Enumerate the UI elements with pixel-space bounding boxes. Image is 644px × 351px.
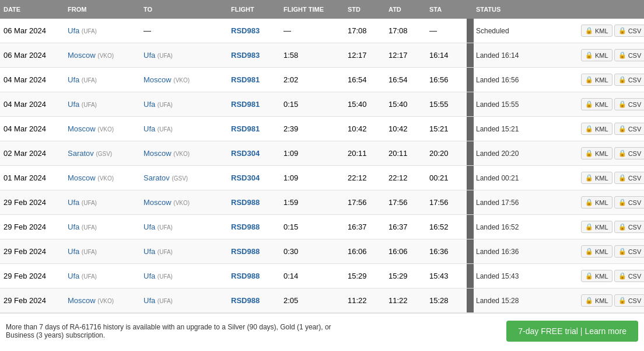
kml-button[interactable]: 🔒 KML: [581, 123, 612, 135]
cell-from[interactable]: Ufa (UFA): [64, 220, 140, 234]
cell-to[interactable]: Moscow (VKO): [140, 196, 228, 209]
cell-flight[interactable]: RSD988: [228, 220, 280, 234]
cell-flight-time: 1:59: [280, 196, 344, 209]
cell-from[interactable]: Moscow (VKO): [64, 122, 140, 135]
cell-flight[interactable]: RSD304: [228, 171, 280, 185]
kml-button[interactable]: 🔒 KML: [581, 25, 612, 37]
cell-flight-time: 2:39: [280, 122, 344, 135]
kml-button[interactable]: 🔒 KML: [581, 49, 612, 61]
cell-flight[interactable]: RSD988: [228, 269, 280, 283]
csv-button[interactable]: 🔒 CSV: [614, 74, 644, 86]
lock-icon: 🔒: [585, 150, 593, 157]
lock-icon: 🔒: [585, 27, 593, 34]
kml-button[interactable]: 🔒 KML: [581, 98, 612, 110]
col-atd: ATD: [385, 4, 426, 15]
cell-status: Landed 15:55: [473, 98, 578, 111]
cell-from[interactable]: Ufa (UFA): [64, 245, 140, 258]
cell-to[interactable]: Ufa (UFA): [140, 98, 228, 111]
cell-sta: 16:56: [426, 73, 467, 86]
cell-status: Landed 15:21: [473, 123, 578, 135]
cell-sta: 16:52: [426, 220, 467, 234]
cell-flight[interactable]: RSD988: [228, 196, 280, 209]
kml-button[interactable]: 🔒 KML: [581, 270, 612, 282]
cell-flight-time: 1:58: [280, 48, 344, 62]
cell-flight[interactable]: RSD983: [228, 48, 280, 62]
cell-status: Landed 16:14: [473, 49, 578, 62]
kml-button[interactable]: 🔒 KML: [581, 245, 612, 258]
cell-to[interactable]: Ufa (UFA): [140, 48, 228, 62]
cell-date: 06 Mar 2024: [0, 48, 64, 62]
action-cell: 🔒 KML 🔒 CSV ▶ Play: [578, 120, 644, 137]
action-cell: 🔒 KML 🔒 CSV ▶ Play: [578, 292, 644, 309]
lock-icon: 🔒: [618, 174, 626, 182]
csv-button[interactable]: 🔒 CSV: [614, 294, 644, 307]
lock-icon: 🔒: [618, 199, 626, 206]
csv-button[interactable]: 🔒 CSV: [614, 270, 644, 282]
cell-date: 29 Feb 2024: [0, 245, 64, 258]
cell-from[interactable]: Ufa (UFA): [64, 98, 140, 111]
kml-button[interactable]: 🔒 KML: [581, 294, 612, 307]
csv-button[interactable]: 🔒 CSV: [614, 123, 644, 135]
cell-to[interactable]: Moscow (VKO): [140, 73, 228, 86]
csv-button[interactable]: 🔒 CSV: [614, 25, 644, 37]
action-cell: 🔒 KML 🔒 CSV ✕ Live: [578, 22, 644, 40]
cell-flight-time: 2:02: [280, 73, 344, 86]
csv-button[interactable]: 🔒 CSV: [614, 49, 644, 61]
lock-icon: 🔒: [585, 248, 593, 255]
cell-from[interactable]: Ufa (UFA): [64, 196, 140, 209]
action-cell: 🔒 KML 🔒 CSV ▶ Play: [578, 145, 644, 162]
kml-button[interactable]: 🔒 KML: [581, 172, 612, 184]
cell-flight[interactable]: RSD981: [228, 122, 280, 135]
csv-button[interactable]: 🔒 CSV: [614, 196, 644, 208]
cell-from[interactable]: Moscow (VKO): [64, 171, 140, 185]
cell-date: 01 Mar 2024: [0, 171, 64, 185]
csv-button[interactable]: 🔒 CSV: [614, 147, 644, 159]
cell-sta: 15:21: [426, 122, 467, 135]
action-cell: 🔒 KML 🔒 CSV ▶ Play: [578, 96, 644, 113]
cell-status: Landed 15:28: [473, 294, 578, 307]
cell-to[interactable]: Ufa (UFA): [140, 245, 228, 258]
lock-icon: 🔒: [585, 174, 593, 182]
csv-button[interactable]: 🔒 CSV: [614, 172, 644, 184]
cell-to[interactable]: Ufa (UFA): [140, 269, 228, 283]
cell-date: 04 Mar 2024: [0, 122, 64, 135]
cell-flight[interactable]: RSD981: [228, 98, 280, 111]
csv-button[interactable]: 🔒 CSV: [614, 98, 644, 110]
kml-button[interactable]: 🔒 KML: [581, 147, 612, 159]
lock-icon: 🔒: [618, 76, 626, 84]
kml-button[interactable]: 🔒 KML: [581, 74, 612, 86]
cell-from[interactable]: Ufa (UFA): [64, 24, 140, 37]
cell-flight[interactable]: RSD981: [228, 73, 280, 86]
col-std: STD: [344, 4, 385, 15]
kml-button[interactable]: 🔒 KML: [581, 196, 612, 208]
cell-from[interactable]: Ufa (UFA): [64, 73, 140, 86]
cell-date: 02 Mar 2024: [0, 147, 64, 160]
cell-from[interactable]: Moscow (VKO): [64, 294, 140, 307]
cell-to[interactable]: Moscow (VKO): [140, 147, 228, 160]
kml-button[interactable]: 🔒 KML: [581, 221, 612, 233]
cell-from[interactable]: Moscow (VKO): [64, 48, 140, 62]
table-row: 02 Mar 2024 Saratov (GSV) Moscow (VKO) R…: [0, 141, 644, 166]
table-body: 06 Mar 2024 Ufa (UFA) — RSD983 — 17:08 1…: [0, 19, 644, 313]
cell-from[interactable]: Ufa (UFA): [64, 269, 140, 283]
trial-button[interactable]: 7-day FREE trial | Learn more: [506, 321, 638, 342]
cell-flight[interactable]: RSD983: [228, 24, 280, 37]
cell-sta: 15:28: [426, 294, 467, 307]
cell-date: 06 Mar 2024: [0, 24, 64, 37]
cell-date: 29 Feb 2024: [0, 269, 64, 283]
cell-flight-time: 0:15: [280, 98, 344, 111]
cell-to[interactable]: Ufa (UFA): [140, 122, 228, 135]
csv-button[interactable]: 🔒 CSV: [614, 245, 644, 258]
lock-icon: 🔒: [618, 272, 626, 280]
lock-icon: 🔒: [618, 51, 626, 59]
csv-button[interactable]: 🔒 CSV: [614, 221, 644, 233]
cell-to[interactable]: Ufa (UFA): [140, 220, 228, 234]
cell-flight[interactable]: RSD988: [228, 245, 280, 258]
cell-from[interactable]: Saratov (GSV): [64, 147, 140, 160]
cell-std: 16:54: [344, 73, 385, 86]
cell-to[interactable]: Saratov (GSV): [140, 171, 228, 185]
cell-to[interactable]: Ufa (UFA): [140, 294, 228, 307]
cell-flight[interactable]: RSD304: [228, 147, 280, 160]
cell-flight[interactable]: RSD988: [228, 294, 280, 307]
cell-to[interactable]: —: [140, 24, 228, 37]
